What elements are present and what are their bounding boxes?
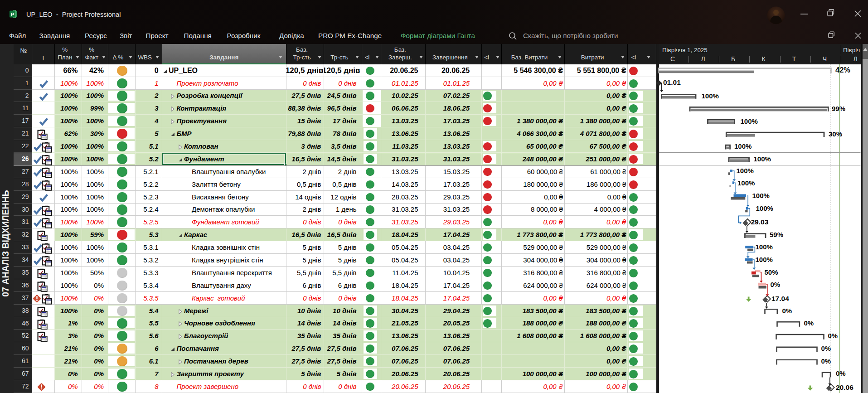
svg-text:30%: 30% bbox=[829, 130, 842, 138]
svg-text:42%: 42% bbox=[835, 66, 850, 74]
svg-text:0%: 0% bbox=[836, 369, 846, 377]
svg-text:0%: 0% bbox=[821, 357, 831, 365]
svg-text:100%: 100% bbox=[737, 179, 755, 187]
svg-text:0%: 0% bbox=[821, 344, 831, 352]
svg-text:100%: 100% bbox=[737, 167, 754, 175]
svg-text:29.03: 29.03 bbox=[751, 218, 769, 226]
svg-text:0%: 0% bbox=[771, 281, 781, 288]
svg-text:50%: 50% bbox=[765, 268, 778, 276]
svg-text:100%: 100% bbox=[741, 117, 758, 125]
svg-text:100%: 100% bbox=[756, 204, 773, 212]
svg-text:0%: 0% bbox=[828, 332, 838, 340]
svg-text:100%: 100% bbox=[756, 243, 773, 251]
svg-text:0%: 0% bbox=[782, 307, 792, 315]
svg-text:P: P bbox=[11, 12, 15, 17]
svg-text:0%: 0% bbox=[804, 319, 814, 327]
svg-text:17.04: 17.04 bbox=[771, 295, 789, 302]
svg-text:20.06: 20.06 bbox=[836, 383, 853, 391]
svg-text:100%: 100% bbox=[702, 92, 719, 100]
svg-text:01.01: 01.01 bbox=[663, 78, 681, 86]
svg-text:100%: 100% bbox=[756, 256, 773, 263]
svg-text:100%: 100% bbox=[752, 192, 770, 199]
svg-text:100%: 100% bbox=[754, 155, 771, 163]
svg-text:99%: 99% bbox=[832, 105, 845, 112]
svg-text:59%: 59% bbox=[770, 231, 783, 238]
svg-text:100%: 100% bbox=[734, 142, 752, 150]
